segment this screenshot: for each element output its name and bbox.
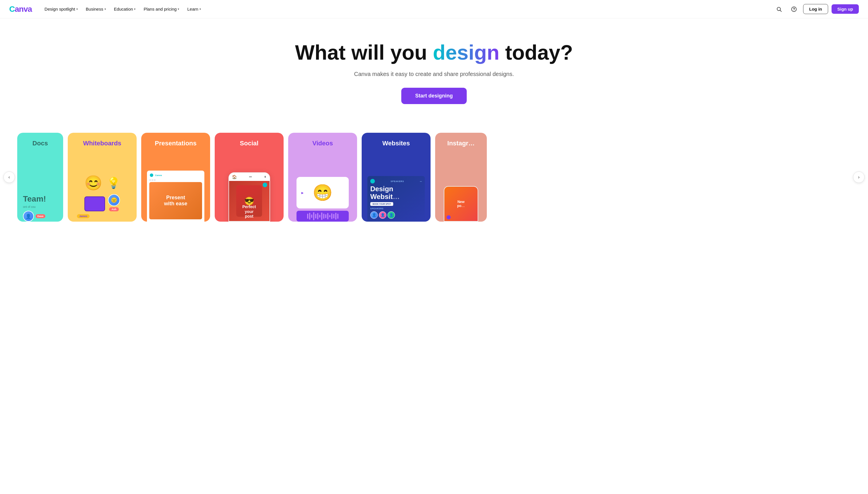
nav-links: Design spotlight ▾ Business ▾ Education … (41, 4, 773, 14)
chevron-left-icon: ‹ (8, 175, 10, 180)
hero-title: What will you design today? (6, 41, 862, 64)
nav-item-learn[interactable]: Learn ▾ (184, 4, 204, 14)
hero-title-highlight: design (433, 41, 500, 64)
hero-section: What will you design today? Canva makes … (0, 18, 868, 121)
card-videos-image: 😁 ▶ (294, 152, 351, 222)
card-social-image: 🏠 ••• ⬆ 😎 Perfec (220, 152, 278, 222)
help-button[interactable] (788, 3, 800, 15)
nav-label-plans-pricing: Plans and pricing (144, 6, 177, 12)
carousel-prev-button[interactable]: ‹ (3, 171, 15, 183)
nav-label-education: Education (114, 6, 133, 12)
carousel-container: ‹ Docs Team! ont of cou 👤 Dave (0, 133, 868, 222)
nav-label-learn: Learn (187, 6, 198, 12)
svg-line-1 (780, 10, 782, 12)
websites-btn[interactable]: BOOK YOUR SPOT (370, 202, 393, 206)
login-button[interactable]: Log in (803, 4, 828, 14)
card-websites[interactable]: Websites SPEAKERS ••• DesignWebsit… BOOK… (362, 133, 431, 222)
hero-title-part1: What will you (295, 41, 433, 64)
nav-item-education[interactable]: Education ▾ (110, 4, 139, 14)
nav-label-business: Business (86, 6, 103, 12)
start-designing-button[interactable]: Start designing (401, 88, 467, 104)
search-icon (776, 6, 782, 12)
hero-subtitle: Canva makes it easy to create and share … (6, 71, 862, 77)
card-whiteboards-title: Whiteboards (83, 140, 121, 147)
card-videos[interactable]: Videos 😁 ▶ (288, 133, 357, 222)
nav-item-design-spotlight[interactable]: Design spotlight ▾ (41, 4, 81, 14)
signup-button[interactable]: Sign up (832, 4, 859, 14)
carousel-section: ‹ Docs Team! ont of cou 👤 Dave (0, 121, 868, 239)
chevron-down-icon: ▾ (134, 7, 135, 11)
chevron-right-icon: › (858, 175, 860, 180)
card-docs[interactable]: Docs Team! ont of cou 👤 Dave (17, 133, 63, 222)
navbar: Canva Design spotlight ▾ Business ▾ Educ… (0, 0, 868, 18)
card-websites-title: Websites (382, 140, 410, 147)
social-phone-text: Perfectyourpost (229, 205, 270, 219)
card-social-title: Social (240, 140, 259, 147)
chevron-down-icon: ▾ (178, 7, 179, 11)
chevron-down-icon: ▾ (105, 7, 106, 11)
nav-label-design-spotlight: Design spotlight (44, 6, 75, 12)
websites-speakers-label: SPEAKERS (370, 208, 422, 210)
card-whiteboards-image: 😊 💡 😐 Ash James (73, 152, 131, 222)
card-presentations-image: Canva Presentwith ease (147, 152, 204, 222)
logo[interactable]: Canva (9, 5, 32, 14)
help-icon (791, 6, 797, 12)
card-whiteboards[interactable]: Whiteboards 😊 💡 😐 Ash (68, 133, 137, 222)
carousel-track: Docs Team! ont of cou 👤 Dave Whiteboards (17, 133, 851, 222)
card-instagram[interactable]: Instagr… Newpo… (435, 133, 487, 222)
card-instagram-image: Newpo… (441, 152, 481, 222)
presentations-slide-text: Presentwith ease (164, 195, 187, 207)
carousel-next-button[interactable]: › (853, 171, 865, 183)
nav-item-plans-pricing[interactable]: Plans and pricing ▾ (140, 4, 183, 14)
card-videos-title: Videos (312, 140, 333, 147)
hero-title-part2: today? (500, 41, 573, 64)
nav-item-business[interactable]: Business ▾ (83, 4, 109, 14)
chevron-down-icon: ▾ (199, 7, 201, 11)
card-social[interactable]: Social 🏠 ••• ⬆ 😎 (215, 133, 284, 222)
card-presentations[interactable]: Presentations Canva (141, 133, 210, 222)
websites-title: DesignWebsit… (370, 185, 422, 201)
card-docs-image: Team! ont of cou 👤 Dave (23, 152, 57, 222)
card-docs-title: Docs (33, 140, 48, 147)
nav-actions: Log in Sign up (773, 3, 859, 15)
chevron-down-icon: ▾ (76, 7, 78, 11)
card-presentations-title: Presentations (155, 140, 197, 147)
search-button[interactable] (773, 3, 785, 15)
card-instagram-title: Instagr… (447, 140, 474, 147)
card-websites-image: SPEAKERS ••• DesignWebsit… BOOK YOUR SPO… (367, 152, 425, 222)
